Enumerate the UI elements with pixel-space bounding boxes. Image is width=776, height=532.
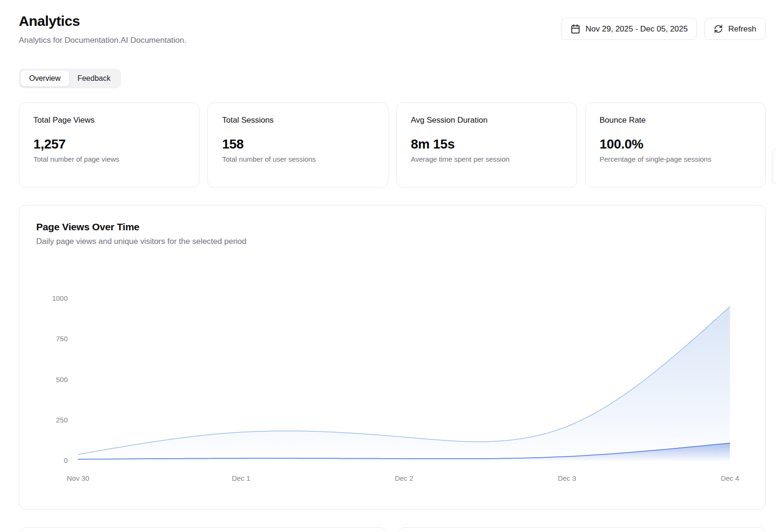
- svg-text:Dec 4: Dec 4: [721, 474, 739, 482]
- bottom-card-left: [19, 527, 387, 532]
- svg-text:Dec 3: Dec 3: [558, 474, 576, 482]
- tab-bar: Overview Feedback: [19, 69, 121, 88]
- stat-value: 1,257: [33, 137, 185, 152]
- tab-feedback[interactable]: Feedback: [69, 70, 119, 86]
- stat-description: Total number of page views: [33, 155, 185, 163]
- scrollbar-thumb[interactable]: [772, 149, 776, 183]
- svg-text:Dec 1: Dec 1: [232, 474, 250, 482]
- bottom-cards: [19, 527, 766, 532]
- chart-title: Page Views Over Time: [36, 221, 748, 233]
- svg-text:500: 500: [56, 376, 68, 383]
- stat-title: Bounce Rate: [600, 116, 751, 125]
- chart-area: 02505007501000Nov 30Dec 1Dec 2Dec 3Dec 4: [36, 271, 748, 492]
- refresh-button[interactable]: Refresh: [705, 18, 766, 40]
- stat-value: 100.0%: [600, 137, 751, 152]
- stat-value: 8m 15s: [411, 137, 562, 152]
- date-range-label: Nov 29, 2025 - Dec 05, 2025: [586, 24, 688, 34]
- stat-description: Percentage of single-page sessions: [600, 155, 751, 163]
- pageviews-chart: 02505007501000Nov 30Dec 1Dec 2Dec 3Dec 4: [36, 271, 749, 492]
- stat-card-total-sessions: Total Sessions 158 Total number of user …: [207, 102, 388, 188]
- stats-grid: Total Page Views 1,257 Total number of p…: [19, 102, 766, 188]
- date-range-button[interactable]: Nov 29, 2025 - Dec 05, 2025: [561, 18, 697, 40]
- stat-description: Average time spent per session: [411, 155, 562, 163]
- svg-text:Dec 2: Dec 2: [395, 474, 413, 482]
- stat-title: Total Page Views: [33, 116, 185, 125]
- stat-card-avg-session-duration: Avg Session Duration 8m 15s Average time…: [396, 102, 577, 188]
- tab-overview[interactable]: Overview: [21, 70, 69, 86]
- header-text: Analytics Analytics for Documentation.AI…: [19, 13, 186, 45]
- chart-subtitle: Daily page views and unique visitors for…: [36, 237, 748, 246]
- refresh-icon: [714, 24, 723, 33]
- page-views-chart-card: Page Views Over Time Daily page views an…: [19, 205, 766, 509]
- toolbar: Nov 29, 2025 - Dec 05, 2025 Refresh: [561, 18, 766, 40]
- page-subtitle: Analytics for Documentation.AI Documenta…: [19, 36, 186, 45]
- stat-title: Avg Session Duration: [411, 116, 562, 125]
- bottom-card-right: [398, 527, 766, 532]
- svg-text:1000: 1000: [52, 294, 68, 302]
- stat-description: Total number of user sessions: [222, 155, 373, 163]
- stat-card-total-page-views: Total Page Views 1,257 Total number of p…: [19, 102, 199, 188]
- stat-title: Total Sessions: [222, 116, 373, 125]
- calendar-icon: [570, 24, 580, 34]
- stat-card-bounce-rate: Bounce Rate 100.0% Percentage of single-…: [585, 102, 766, 188]
- svg-text:Nov 30: Nov 30: [67, 474, 89, 482]
- page-header: Analytics Analytics for Documentation.AI…: [19, 13, 766, 45]
- analytics-page: Analytics Analytics for Documentation.AI…: [0, 0, 776, 532]
- refresh-label: Refresh: [728, 24, 756, 34]
- svg-text:0: 0: [64, 456, 68, 464]
- svg-text:750: 750: [56, 335, 68, 343]
- stat-value: 158: [222, 137, 373, 152]
- svg-text:250: 250: [56, 416, 68, 424]
- page-title: Analytics: [19, 13, 186, 29]
